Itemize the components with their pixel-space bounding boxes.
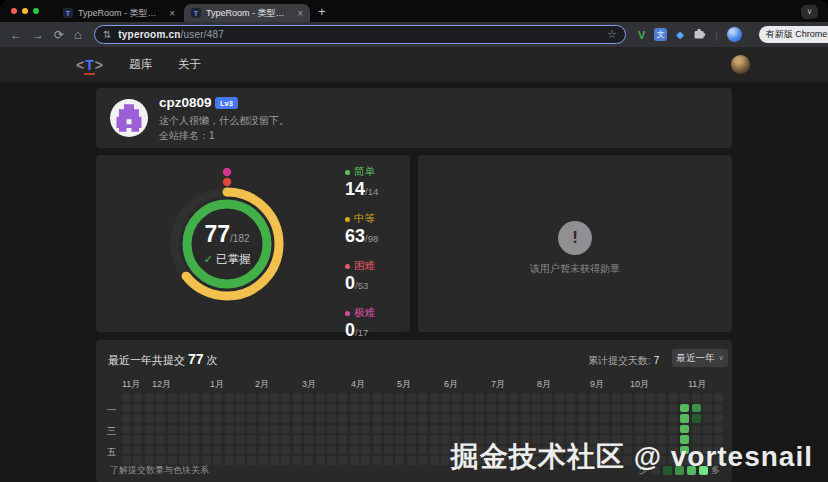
tab-title: TypeRoom - 类型小屋 <box>78 7 164 20</box>
heatmap-cell <box>270 456 279 465</box>
heatmap-cell <box>384 435 393 444</box>
difficulty-legend: 简单14/14中等63/98困难0/53极难0/17 <box>345 165 378 353</box>
nav-item-question-bank[interactable]: 题库 <box>129 57 152 72</box>
heatmap-cell <box>566 404 575 413</box>
gem-extension-icon[interactable]: ◆ <box>676 29 684 40</box>
heatmap-cell <box>327 435 336 444</box>
heatmap-cell <box>441 425 450 434</box>
extensions-puzzle-icon[interactable] <box>693 26 706 44</box>
heatmap-cell <box>247 425 256 434</box>
heatmap-cell <box>281 425 290 434</box>
heatmap-cell <box>441 414 450 423</box>
nav-item-about[interactable]: 关于 <box>178 57 201 72</box>
heatmap-cell <box>304 435 313 444</box>
new-tab-button[interactable]: + <box>318 5 326 19</box>
heatmap-cell <box>225 404 234 413</box>
heatmap-cell <box>316 404 325 413</box>
difficulty-name: 简单 <box>354 165 375 179</box>
bookmark-star-icon[interactable]: ☆ <box>607 28 617 41</box>
chrome-update-button[interactable]: 有新版 Chrome 可用 ⋮ <box>759 26 828 43</box>
heatmap-cell <box>361 404 370 413</box>
heatmap-cell <box>498 393 507 402</box>
address-bar[interactable]: ⇅ typeroom.cn/user/487 ☆ <box>94 25 626 44</box>
heatmap-cell <box>350 435 359 444</box>
heatmap-cell <box>247 435 256 444</box>
heatmap-cell <box>657 425 666 434</box>
minimize-window-button[interactable] <box>22 8 28 14</box>
heatmap-cell <box>133 393 142 402</box>
range-selector-dropdown[interactable]: 最近一年 ∨ <box>672 349 728 367</box>
heatmap-cell <box>122 435 131 444</box>
submission-count: 77 <box>188 351 204 367</box>
heatmap-cell <box>179 404 188 413</box>
heatmap-cell <box>532 393 541 402</box>
tab-strip: T TypeRoom - 类型小屋 × T TypeRoom - 类型小屋 × … <box>0 0 828 22</box>
heatmap-cell <box>407 446 416 455</box>
heatmap-cell <box>179 393 188 402</box>
heatmap-cell <box>316 414 325 423</box>
heatmap-cell <box>407 393 416 402</box>
heatmap-cell <box>714 425 723 434</box>
heatmap-cell <box>441 435 450 444</box>
site-settings-icon[interactable]: ⇅ <box>103 29 111 40</box>
heatmap-cell <box>612 393 621 402</box>
heatmap-cell <box>395 414 404 423</box>
heatmap-cell <box>578 414 587 423</box>
maximize-window-button[interactable] <box>33 8 39 14</box>
heatmap-cell <box>407 414 416 423</box>
month-label: 9月 <box>590 378 604 391</box>
tab-title: TypeRoom - 类型小屋 <box>206 7 292 20</box>
heatmap-cell <box>384 414 393 423</box>
heatmap-cell <box>316 425 325 434</box>
v-extension-icon[interactable]: V <box>638 29 645 41</box>
chrome-profile-avatar[interactable] <box>727 27 742 42</box>
close-tab-icon[interactable]: × <box>169 8 175 19</box>
heatmap-title: 最近一年共提交77次 <box>108 351 218 368</box>
heatmap-cell <box>293 414 302 423</box>
heatmap-cell <box>190 404 199 413</box>
browser-tab-2-active[interactable]: T TypeRoom - 类型小屋 × <box>184 4 310 22</box>
chevron-down-icon[interactable]: ∨ <box>801 5 818 19</box>
heatmap-cell <box>600 393 609 402</box>
forward-icon[interactable]: → <box>32 28 44 42</box>
heatmap-cell <box>418 435 427 444</box>
heatmap-cell <box>498 414 507 423</box>
heatmap-cell <box>395 404 404 413</box>
heatmap-cell <box>407 435 416 444</box>
heatmap-help-link[interactable]: 了解提交数量与色块关系 <box>110 464 209 477</box>
heatmap-cell <box>487 425 496 434</box>
heatmap-cell <box>213 414 222 423</box>
heatmap-cell <box>281 414 290 423</box>
heatmap-cell <box>373 435 382 444</box>
heatmap-cell <box>384 404 393 413</box>
heatmap-cell <box>509 425 518 434</box>
heatmap-cell <box>475 393 484 402</box>
heatmap-cell <box>600 404 609 413</box>
month-label: 11月 <box>688 378 706 391</box>
profile-avatar[interactable] <box>110 99 148 137</box>
heatmap-cell <box>600 425 609 434</box>
close-tab-icon[interactable]: × <box>297 8 303 19</box>
reload-icon[interactable]: ⟳ <box>54 28 64 42</box>
back-icon[interactable]: ← <box>10 28 22 42</box>
heatmap-cell <box>373 404 382 413</box>
site-logo[interactable]: <T> <box>76 57 103 73</box>
heatmap-cell <box>293 435 302 444</box>
badges-empty-text: 该用户暂未获得勋章 <box>418 262 732 276</box>
heatmap-cell <box>373 414 382 423</box>
chevron-down-icon: ∨ <box>718 354 723 362</box>
heatmap-cell <box>680 393 689 402</box>
heatmap-cell <box>373 425 382 434</box>
browser-tab-1[interactable]: T TypeRoom - 类型小屋 × <box>56 4 182 22</box>
user-avatar[interactable] <box>731 55 750 74</box>
translate-extension-icon[interactable]: 文 <box>654 28 667 41</box>
heatmap-cell <box>133 404 142 413</box>
heatmap-cell <box>532 425 541 434</box>
heatmap-cell <box>475 414 484 423</box>
browser-window: T TypeRoom - 类型小屋 × T TypeRoom - 类型小屋 × … <box>0 0 828 482</box>
difficulty-name: 困难 <box>354 259 375 273</box>
close-window-button[interactable] <box>11 8 17 14</box>
heatmap-cell <box>521 414 530 423</box>
home-icon[interactable]: ⌂ <box>74 27 82 42</box>
heatmap-cell <box>145 446 154 455</box>
